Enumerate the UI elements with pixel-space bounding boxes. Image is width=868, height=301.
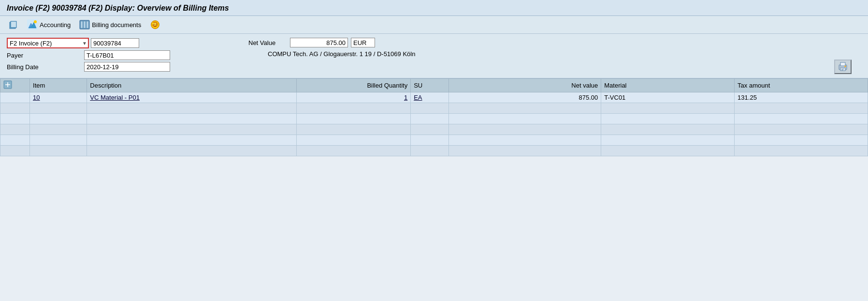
svg-rect-17 — [840, 62, 845, 66]
accounting-label: Accounting — [40, 21, 71, 29]
table-row-empty — [0, 124, 868, 135]
col-header-material: Material — [601, 79, 735, 92]
page-title: Invoice (F2) 90039784 (F2) Display: Over… — [7, 4, 861, 13]
svg-rect-2 — [11, 22, 16, 27]
table-row-empty — [0, 146, 868, 156]
copy-button[interactable] — [5, 18, 21, 31]
row-su: EA — [411, 92, 449, 103]
svg-point-15 — [156, 24, 157, 25]
invoice-type-select[interactable]: F2 Invoice (F2) — [7, 38, 89, 48]
refresh-icon — [150, 19, 160, 30]
billing-date-label: Billing Date — [7, 63, 84, 71]
print-button[interactable] — [834, 60, 852, 74]
table-row-empty — [0, 103, 868, 114]
row-tax-amount: 131.25 — [735, 92, 868, 103]
col-header-tax-amount: Tax amount — [735, 79, 868, 92]
row-billed-qty: 1 — [296, 92, 410, 103]
table-row-empty — [0, 135, 868, 146]
net-value-input[interactable] — [290, 38, 348, 47]
title-bar: Invoice (F2) 90039784 (F2) Display: Over… — [0, 0, 868, 16]
row-description[interactable]: VC Material - P01 — [87, 92, 296, 103]
net-value-label: Net Value — [248, 39, 287, 46]
svg-point-14 — [154, 24, 155, 25]
svg-point-21 — [845, 66, 846, 67]
table-area: Item Description Billed Quantity SU Net … — [0, 78, 868, 156]
toolbar: Accounting Billing documents — [0, 16, 868, 34]
row-net-value: 875.00 — [449, 92, 601, 103]
col-header-billed-qty: Billed Quantity — [296, 79, 410, 92]
accounting-button[interactable]: Accounting — [24, 18, 73, 31]
table-row: 10 VC Material - P01 1 EA 875.00 T-VC01 — [0, 92, 868, 103]
svg-rect-8 — [81, 21, 83, 28]
col-header-icon — [0, 79, 30, 92]
table-row-empty — [0, 114, 868, 124]
billing-items-table: Item Description Billed Quantity SU Net … — [0, 78, 868, 156]
copy-icon — [8, 19, 18, 30]
svg-rect-9 — [84, 21, 86, 28]
billing-documents-icon — [79, 19, 90, 30]
form-area: F2 Invoice (F2) Payer Billing Date Net V… — [0, 34, 868, 78]
payer-input[interactable] — [84, 50, 170, 60]
billing-documents-label: Billing documents — [92, 21, 141, 29]
table-header-row: Item Description Billed Quantity SU Net … — [0, 79, 868, 92]
currency-input[interactable] — [351, 38, 375, 47]
address-text: COMPU Tech. AG / Glogauerstr. 1 19 / D-5… — [268, 50, 415, 58]
svg-point-6 — [34, 20, 37, 23]
col-header-net-value: Net value — [449, 79, 601, 92]
svg-rect-20 — [841, 70, 843, 70]
row-item[interactable]: 10 — [30, 92, 87, 103]
col-header-su: SU — [411, 79, 449, 92]
row-icon-cell — [0, 92, 30, 103]
refresh-button[interactable] — [147, 18, 163, 31]
invoice-type-wrapper: F2 Invoice (F2) — [7, 38, 89, 48]
svg-rect-19 — [841, 69, 844, 69]
row-material: T-VC01 — [601, 92, 735, 103]
col-header-item: Item — [30, 79, 87, 92]
payer-label: Payer — [7, 52, 84, 59]
billing-documents-button[interactable]: Billing documents — [76, 18, 144, 31]
billing-date-input[interactable] — [84, 62, 170, 72]
accounting-icon — [27, 19, 38, 30]
col-header-description: Description — [87, 79, 296, 92]
invoice-number-input[interactable] — [91, 38, 139, 48]
svg-rect-10 — [87, 21, 88, 28]
